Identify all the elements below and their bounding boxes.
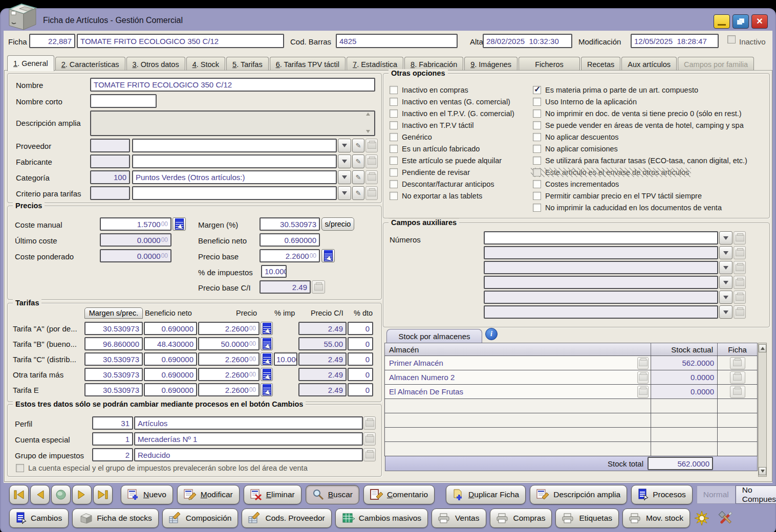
scroll-down-icon[interactable] (759, 467, 766, 475)
campo-auxiliar-dropdown[interactable] (719, 231, 732, 245)
campo-auxiliar-ficha-button[interactable] (734, 305, 746, 319)
tarifa-beneficio-field[interactable]: 0.690000 (144, 322, 197, 335)
checkbox[interactable] (390, 145, 398, 153)
proveedor-name-field[interactable] (132, 139, 337, 152)
criterio-dropdown-button[interactable] (338, 186, 351, 200)
tarifa-beneficio-field[interactable]: 0.690000 (144, 368, 197, 381)
comentario-button[interactable]: Comentario (363, 485, 435, 504)
categoria-ficha-button[interactable] (365, 170, 378, 184)
tarifa-dto-field[interactable]: 0 (348, 368, 373, 381)
precio-base-field[interactable]: 2.260000 (260, 249, 320, 262)
cambios-masivos-button[interactable]: Cambios masivos (335, 508, 428, 528)
tarifa-calc-button[interactable] (261, 352, 273, 366)
checkbox[interactable] (533, 109, 541, 118)
option-no-comisiones[interactable]: No aplicar comisiones (533, 145, 618, 153)
beneficio-neto-field[interactable]: 0.690000 (260, 233, 320, 247)
tarifa-calc-button[interactable] (261, 337, 273, 350)
tarifa-precio-field[interactable]: 50.000000 (198, 337, 260, 350)
cuenta-ficha-button[interactable] (363, 432, 376, 446)
restore-button[interactable] (732, 14, 749, 29)
tarifa-margen-field[interactable]: 30.530973 (84, 383, 143, 396)
tab-aux-articulos[interactable]: Aux artículos (621, 57, 677, 71)
fabricante-dropdown-button[interactable] (338, 154, 351, 168)
coste-manual-field[interactable]: 1.570000 (100, 217, 171, 231)
checkbox[interactable] (533, 86, 541, 94)
tarifa-margen-field[interactable]: 30.530973 (84, 352, 143, 366)
categoria-code-field[interactable]: 100 (90, 170, 130, 184)
stock-row[interactable]: Primer Almacén 562.0000 (385, 356, 758, 370)
tools-icon[interactable] (715, 509, 736, 527)
ficha-number-field[interactable]: 22,887 (29, 34, 75, 48)
precio-base-calc-button[interactable] (321, 249, 335, 262)
checkbox[interactable] (390, 133, 398, 141)
ficha-de-stocks-button[interactable]: Ficha de stocks (72, 508, 159, 528)
option-uso-interno[interactable]: Uso Interno de la aplicación (533, 98, 637, 106)
fabricante-name-field[interactable] (132, 154, 337, 168)
almacen-ficha-button[interactable] (637, 386, 649, 398)
option-no-exportar-tablets[interactable]: No exportar a las tablets (390, 192, 482, 200)
refresh-record-button[interactable] (51, 485, 71, 504)
scroll-up-icon[interactable] (759, 344, 766, 352)
tab-ficheros[interactable]: Ficheros (519, 57, 580, 71)
criterio-edit-button[interactable]: ✎ (352, 186, 364, 200)
descripcion-amplia-button[interactable]: Descripción amplia (530, 485, 627, 504)
option-inactivo-compras[interactable]: Inactivo en compras (390, 86, 468, 94)
cuenta-prevalece-option[interactable]: La cuenta especial y el grupo de impuest… (16, 464, 308, 472)
precio-base-ci-ficha-button[interactable] (312, 280, 325, 294)
last-record-button[interactable] (93, 485, 113, 504)
option-no-descuentos[interactable]: No aplicar descuentos (533, 133, 618, 141)
tarifa-dto-field[interactable]: 0 (348, 383, 373, 396)
tab-recetas[interactable]: Recetas (581, 57, 620, 71)
fabricante-edit-button[interactable]: ✎ (352, 154, 364, 168)
compras-button[interactable]: Compras (490, 508, 552, 528)
margen-field[interactable]: 30.530973 (260, 217, 320, 231)
cuenta-prevalece-checkbox[interactable] (16, 464, 24, 472)
campo-auxiliar-field[interactable] (484, 231, 718, 245)
margen-sprec-header-button[interactable]: Margen s/prec. (84, 307, 143, 319)
stock-row[interactable]: El Almacén De Frutas 0.0000 (385, 384, 758, 399)
campo-auxiliar-dropdown[interactable] (719, 305, 732, 319)
option-inactivo-ventas[interactable]: Inactivo en ventas (G. comercial) (390, 98, 510, 106)
campo-auxiliar-ficha-button[interactable] (734, 261, 746, 274)
first-record-button[interactable] (9, 485, 29, 504)
tarifa-calc-button[interactable] (261, 322, 273, 335)
cods-proveedor-button[interactable]: Cods. Proveedor (242, 508, 331, 528)
nombre-corto-field[interactable] (90, 94, 157, 108)
checkbox[interactable] (390, 180, 398, 188)
tarifa-precio-field[interactable]: 2.260000 (198, 368, 260, 381)
tab-tarifas[interactable]: 5. Tarifas (226, 57, 269, 71)
tab-general[interactable]: 1. General (7, 55, 54, 71)
scroll-up-icon[interactable] (366, 113, 370, 116)
impuestos-field[interactable]: 10.000 (261, 265, 287, 278)
checkbox[interactable] (533, 157, 541, 165)
proveedor-dropdown-button[interactable] (338, 139, 351, 152)
checkbox[interactable] (390, 192, 398, 200)
eliminar-button[interactable]: Eliminar (244, 485, 301, 504)
tarifa-margen-field[interactable]: 30.530973 (84, 368, 143, 381)
criterio-name-field[interactable] (132, 186, 337, 200)
tarifa-precio-field[interactable]: 2.260000 (198, 352, 260, 366)
tab-otros-datos[interactable]: 3. Otros datos (126, 57, 185, 71)
ficha-column-header[interactable]: Ficha (717, 343, 758, 356)
stock-ficha-button[interactable] (730, 371, 745, 384)
option-no-imprimir-precio0[interactable]: No imprimir en doc. de venta si tiene pr… (533, 109, 742, 118)
stock-por-almacenes-tab[interactable]: Stock por almacenes (386, 329, 482, 343)
checkbox[interactable] (533, 180, 541, 188)
perfil-ficha-button[interactable] (363, 416, 376, 430)
tarifa-margen-field[interactable]: 96.860000 (84, 337, 143, 350)
tarifa-dto-field[interactable]: 0 (348, 322, 373, 335)
almacen-ficha-button[interactable] (637, 371, 649, 384)
checkbox[interactable] (533, 192, 541, 200)
scroll-down-icon[interactable] (366, 130, 370, 133)
procesos-button[interactable]: Procesos (631, 485, 693, 504)
checkbox[interactable] (390, 86, 398, 94)
criterio-ficha-button[interactable] (365, 186, 378, 200)
tarifa-precio-field[interactable]: 2.260000 (198, 383, 260, 396)
tarifa-calc-button[interactable] (261, 383, 273, 396)
categoria-dropdown-button[interactable] (338, 170, 351, 184)
almacen-ficha-button[interactable] (637, 357, 649, 369)
proveedor-ficha-button[interactable] (365, 139, 378, 152)
tarifa-beneficio-field[interactable]: 0.690000 (144, 352, 197, 366)
tarifa-beneficio-field[interactable]: 48.430000 (144, 337, 197, 350)
campo-auxiliar-ficha-button[interactable] (734, 246, 746, 259)
